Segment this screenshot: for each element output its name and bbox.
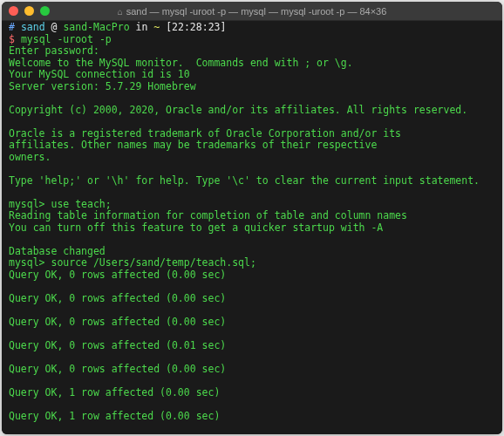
prompt-at: @	[51, 21, 58, 33]
mysql-prompt: mysql>	[9, 198, 45, 210]
line-help: Type 'help;' or '\h' for help. Type '\c'…	[9, 174, 480, 187]
titlebar[interactable]: ⌂sand — mysql -uroot -p — mysql — mysql …	[2, 2, 502, 21]
line-trademark-2: affiliates. Other names may be trademark…	[9, 139, 377, 151]
line-trademark-3: owners.	[9, 151, 51, 163]
line-copyright: Copyright (c) 2000, 2020, Oracle and/or …	[9, 104, 467, 116]
prompt-host: sand-MacPro	[63, 21, 129, 33]
line-conn-id: Your MySQL connection id is 10	[9, 68, 190, 80]
line-trademark-1: Oracle is a registered trademark of Orac…	[9, 127, 401, 140]
prompt-command: mysql -uroot -p	[21, 33, 112, 45]
window-title: ⌂sand — mysql -uroot -p — mysql — mysql …	[118, 6, 387, 17]
home-icon: ⌂	[118, 7, 123, 17]
mysql-prompt: mysql>	[9, 256, 45, 269]
query-result: Query OK, 0 rows affected (0.00 sec)	[9, 316, 226, 328]
line-welcome: Welcome to the MySQL monitor. Commands e…	[9, 57, 353, 69]
query-result: Query OK, 0 rows affected (0.00 sec)	[9, 269, 226, 281]
prompt-user: sand	[21, 21, 45, 33]
query-result: Query OK, 0 rows affected (0.00 sec)	[9, 292, 226, 304]
line-db-changed: Database changed	[9, 245, 106, 257]
query-result: Query OK, 1 row affected (0.00 sec)	[9, 386, 220, 399]
prompt-cwd: ~	[153, 21, 160, 33]
prompt-in: in	[136, 21, 148, 33]
minimize-icon[interactable]	[24, 6, 34, 16]
prompt-time: [22:28:23]	[166, 21, 226, 33]
query-result: Query OK, 1 row affected (0.00 sec)	[9, 410, 220, 422]
zoom-icon[interactable]	[40, 6, 50, 16]
terminal-window: ⌂sand — mysql -uroot -p — mysql — mysql …	[2, 2, 502, 434]
cmd-source: source /Users/sand/temp/teach.sql;	[45, 256, 256, 269]
line-server-ver: Server version: 5.7.29 Homebrew	[9, 80, 196, 92]
query-result: Query OK, 0 rows affected (0.01 sec)	[9, 339, 226, 351]
query-result: Query OK, 1 row affected (0.01 sec)	[9, 433, 220, 435]
line-enter-password: Enter password:	[9, 44, 99, 57]
window-title-text: sand — mysql -uroot -p — mysql — mysql -…	[126, 6, 387, 17]
prompt-hash: #	[9, 21, 15, 33]
close-icon[interactable]	[9, 6, 18, 16]
cmd-use: use teach;	[45, 198, 112, 210]
line-reading-1: Reading table information for completion…	[9, 209, 407, 221]
prompt-dollar: $	[9, 33, 15, 45]
line-reading-2: You can turn off this feature to get a q…	[9, 221, 383, 234]
traffic-lights	[9, 6, 50, 16]
query-result: Query OK, 0 rows affected (0.00 sec)	[9, 363, 226, 375]
terminal-content[interactable]: # sand @ sand-MacPro in ~ [22:28:23] $ m…	[2, 21, 502, 434]
